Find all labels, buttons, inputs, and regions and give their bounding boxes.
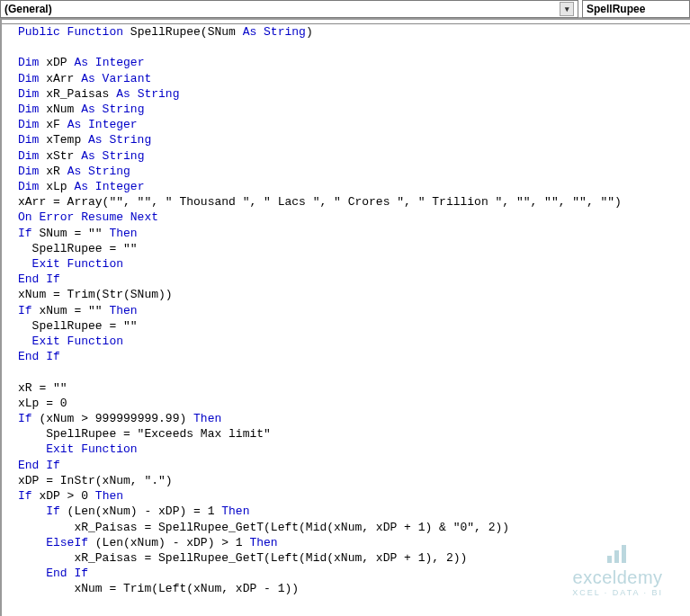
code-line: xNum = Trim(Str(SNum)) <box>18 288 173 301</box>
code-token: xTemp <box>39 133 88 147</box>
code-token: Then <box>95 489 123 503</box>
code-token: Dim <box>18 165 39 178</box>
code-editor[interactable]: Public Function SpellRupee(SNum As Strin… <box>2 24 690 597</box>
code-token: xR <box>39 165 67 178</box>
code-token: Dim <box>18 149 39 163</box>
code-token: (xNum > 999999999.99) <box>32 412 193 425</box>
object-dropdown[interactable]: (General) ▾ <box>0 0 578 18</box>
code-line: xR_Paisas = SpellRupee_GetT(Left(Mid(xNu… <box>18 521 509 534</box>
code-token: If <box>18 304 32 317</box>
code-token: If <box>18 227 32 240</box>
code-token: Dim <box>18 118 39 131</box>
code-line: xLp = 0 <box>18 397 67 410</box>
code-token: Then <box>221 504 249 518</box>
code-line: Exit Function <box>18 442 138 456</box>
code-token: If <box>18 412 32 425</box>
code-token: As String <box>81 149 144 163</box>
code-token: As Integer <box>67 118 138 131</box>
code-line: On Error Resume Next <box>18 210 158 224</box>
code-token: xArr <box>39 72 81 85</box>
code-token: Then <box>249 536 277 549</box>
code-token: SpellRupee(SNum <box>123 25 243 39</box>
code-line: xArr = Array("", "", " Thousand ", " Lac… <box>18 195 622 209</box>
code-line: xR = "" <box>18 381 67 395</box>
chevron-down-icon: ▾ <box>560 2 574 16</box>
code-token: As String <box>88 133 151 147</box>
code-token: xStr <box>39 149 81 163</box>
code-token: xDP <box>39 56 74 69</box>
code-token: xDP > 0 <box>32 489 95 503</box>
dropdown-bar: (General) ▾ SpellRupee <box>0 0 690 18</box>
code-token: ElseIf <box>18 536 88 549</box>
code-token: Dim <box>18 133 39 147</box>
code-token: If <box>18 504 60 518</box>
code-token: As String <box>67 165 130 178</box>
code-line: Exit Function <box>18 257 123 271</box>
code-token: Public Function <box>18 25 123 39</box>
code-token: Dim <box>18 180 39 193</box>
code-token: SNum = "" <box>32 227 110 240</box>
code-line: Exit Function <box>18 335 123 348</box>
code-token: As Variant <box>81 72 151 85</box>
code-token: xNum = "" <box>32 304 110 317</box>
code-token: Dim <box>18 72 39 85</box>
code-token: Then <box>109 227 137 240</box>
code-token: Then <box>193 412 221 425</box>
code-token: xF <box>39 118 67 131</box>
code-line: End If <box>18 350 60 363</box>
code-token: (Len(xNum) - xDP) = 1 <box>60 504 221 518</box>
code-pane: Public Function SpellRupee(SNum As Strin… <box>0 18 690 616</box>
code-token: Dim <box>18 56 39 69</box>
code-line: SpellRupee = "" <box>18 319 138 333</box>
code-token: xR_Paisas <box>39 87 116 101</box>
code-token: Then <box>109 304 137 317</box>
code-token: If <box>18 489 32 503</box>
procedure-dropdown-text: SpellRupee <box>587 3 645 15</box>
object-dropdown-text: (General) <box>4 3 52 15</box>
code-line: xR_Paisas = SpellRupee_GetT(Left(Mid(xNu… <box>18 551 467 565</box>
code-token: xNum <box>39 103 81 116</box>
code-token: xLp <box>39 180 74 193</box>
code-line: End If <box>18 567 88 580</box>
code-token: As Integer <box>74 56 144 69</box>
code-line: SpellRupee = "" <box>18 242 138 255</box>
code-token: (Len(xNum) - xDP) > 1 <box>88 536 249 549</box>
code-line: xDP = InStr(xNum, ".") <box>18 474 173 487</box>
code-line: xNum = Trim(Left(xNum, xDP - 1)) <box>18 582 299 595</box>
code-token: As String <box>243 25 306 39</box>
code-token: Dim <box>18 103 39 116</box>
code-line: End If <box>18 272 60 286</box>
code-line: SpellRupee = "Exceeds Max limit" <box>18 427 271 441</box>
procedure-dropdown[interactable]: SpellRupee <box>582 0 690 18</box>
code-token: As Integer <box>74 180 144 193</box>
code-token: Dim <box>18 87 39 101</box>
code-token: ) <box>306 25 313 39</box>
code-token: As String <box>116 87 179 101</box>
code-token: As String <box>81 103 144 116</box>
code-line: End If <box>18 459 60 472</box>
